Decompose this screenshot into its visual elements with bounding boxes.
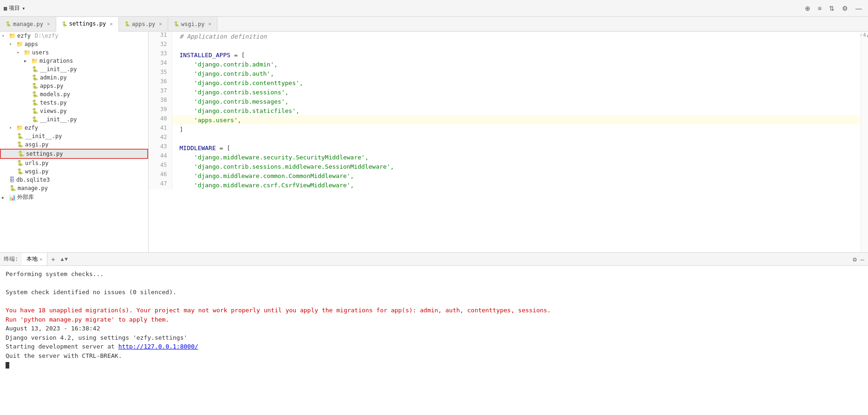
terminal-close-icon[interactable]: ✕ xyxy=(39,257,42,262)
line-number: 43 xyxy=(149,143,172,152)
file-tree-sidebar: ▾ 📁 ezfy D:\ezfy ▾ 📁 apps ▾ 📁 users ▶ 📁 … xyxy=(0,32,149,252)
line-content[interactable] xyxy=(172,134,861,143)
sidebar-item-admin[interactable]: 🐍 admin.py xyxy=(0,73,148,82)
toolbar-sort-btn[interactable]: ⇅ xyxy=(827,4,837,13)
sidebar-item-init2[interactable]: 🐍 __init__.py xyxy=(0,115,148,124)
down-arrow-icon[interactable]: ▼ xyxy=(65,256,68,262)
project-dropdown-icon[interactable]: ▾ xyxy=(22,5,25,12)
project-icon: ▦ xyxy=(4,5,7,12)
line-content[interactable]: 'apps.users', xyxy=(172,115,861,125)
folder-icon: 📁 xyxy=(16,41,23,47)
sidebar-item-asgi[interactable]: 🐍 asgi.py xyxy=(0,140,148,149)
py-file-icon: 🐍 xyxy=(17,160,24,166)
sidebar-item-views[interactable]: 🐍 views.py xyxy=(0,107,148,115)
line-content[interactable]: 'django.middleware.common.CommonMiddlewa… xyxy=(172,171,861,180)
sidebar-item-ezfy-root[interactable]: ▾ 📁 ezfy D:\ezfy xyxy=(0,32,148,40)
settings-py-icon: 🐍 xyxy=(62,21,67,26)
code-line-46: 46 'django.middleware.common.CommonMiddl… xyxy=(149,171,861,180)
toolbar-list-btn[interactable]: ≡ xyxy=(816,4,824,13)
sidebar-item-label: users xyxy=(32,49,49,56)
tab-apps[interactable]: 🐍 apps.py ✕ xyxy=(119,17,168,31)
editor-wrapper: 31# Application definition3233INSTALLED_… xyxy=(149,32,861,252)
sidebar-item-users[interactable]: ▾ 📁 users xyxy=(0,48,148,57)
sidebar-item-urls[interactable]: 🐍 urls.py xyxy=(0,159,148,167)
tab-wsgi-close[interactable]: ✕ xyxy=(209,21,212,27)
top-bar: ▦ 项目 ▾ ⊕ ≡ ⇅ ⚙ — xyxy=(0,0,868,17)
sidebar-item-label: ezfy xyxy=(25,125,38,131)
terminal-content[interactable]: Performing system checks... System check… xyxy=(0,266,868,415)
error-indicator[interactable]: ✓ 4 ▲ xyxy=(859,33,868,38)
server-link[interactable]: http://127.0.0.1:8000/ xyxy=(118,343,198,350)
code-line-36: 36 'django.contrib.contenttypes', xyxy=(149,78,861,87)
sidebar-item-external-libs[interactable]: ▶ 📊 外部库 xyxy=(0,192,148,202)
line-content[interactable]: 'django.contrib.sessions.middleware.Sess… xyxy=(172,162,861,171)
collapse-arrow: ▾ xyxy=(9,125,15,130)
line-number: 40 xyxy=(149,115,172,125)
terminal-minimize-btn[interactable]: — xyxy=(861,256,864,263)
top-bar-project: ▦ 项目 ▾ xyxy=(4,4,25,12)
sidebar-item-init3[interactable]: 🐍 __init__.py xyxy=(0,132,148,140)
sidebar-item-label: manage.py xyxy=(18,185,48,191)
line-content[interactable]: MIDDLEWARE = [ xyxy=(172,143,861,152)
tab-settings-close[interactable]: ✕ xyxy=(110,21,113,27)
code-line-37: 37 'django.contrib.sessions', xyxy=(149,87,861,97)
sidebar-item-settings[interactable]: 🐍 settings.py xyxy=(0,149,148,159)
code-line-32: 32 xyxy=(149,41,861,50)
up-arrow-icon[interactable]: ▲ xyxy=(61,256,64,262)
sidebar-item-apps-py-users[interactable]: 🐍 apps.py xyxy=(0,82,148,90)
sidebar-item-label: migrations xyxy=(39,58,73,64)
terminal-settings-btn[interactable]: ⚙ xyxy=(853,256,856,263)
collapse-arrow: ▾ xyxy=(2,33,7,38)
toolbar-add-btn[interactable]: ⊕ xyxy=(803,4,813,13)
line-content[interactable]: INSTALLED_APPS = [ xyxy=(172,50,861,59)
line-content[interactable]: 'django.contrib.messages', xyxy=(172,97,861,106)
main-area: ▾ 📁 ezfy D:\ezfy ▾ 📁 apps ▾ 📁 users ▶ 📁 … xyxy=(0,32,868,252)
terminal-nav-arrows: ▲ ▼ xyxy=(61,256,68,262)
project-label[interactable]: 项目 xyxy=(9,4,20,12)
sidebar-item-wsgi[interactable]: 🐍 wsgi.py xyxy=(0,167,148,176)
sidebar-item-apps[interactable]: ▾ 📁 apps xyxy=(0,40,148,48)
tab-manage-label: manage.py xyxy=(13,21,43,27)
collapse-arrow: ▶ xyxy=(24,59,30,63)
tab-manage-close[interactable]: ✕ xyxy=(47,21,50,27)
code-editor[interactable]: 31# Application definition3233INSTALLED_… xyxy=(149,32,861,252)
sidebar-item-label: __init__.py xyxy=(40,116,77,123)
folder-icon: 📁 xyxy=(16,125,23,131)
sidebar-item-tests[interactable]: 🐍 tests.py xyxy=(0,99,148,107)
sidebar-item-label: ezfy xyxy=(17,33,31,39)
term-error-line: You have 18 unapplied migration(s). Your… xyxy=(6,306,862,315)
line-content[interactable]: # Application definition xyxy=(172,32,861,41)
line-content[interactable]: 'django.contrib.sessions', xyxy=(172,87,861,97)
sidebar-item-manage[interactable]: 🐍 manage.py xyxy=(0,184,148,192)
terminal-add-btn[interactable]: + xyxy=(47,256,59,263)
tab-wsgi[interactable]: 🐍 wsgi.py ✕ xyxy=(168,17,217,31)
sidebar-item-label: 外部库 xyxy=(17,193,34,201)
sidebar-item-models[interactable]: 🐍 models.py xyxy=(0,90,148,99)
sidebar-item-migrations[interactable]: ▶ 📁 migrations xyxy=(0,57,148,65)
collapse-arrow: ▶ xyxy=(2,195,7,200)
line-content[interactable]: 'django.middleware.csrf.CsrfViewMiddlewa… xyxy=(172,180,861,190)
line-content[interactable]: 'django.contrib.contenttypes', xyxy=(172,78,861,87)
line-content[interactable]: 'django.contrib.admin', xyxy=(172,59,861,69)
sidebar-item-db[interactable]: 🗄 db.sqlite3 xyxy=(0,176,148,184)
line-content[interactable] xyxy=(172,41,861,50)
toolbar-settings-btn[interactable]: ⚙ xyxy=(840,4,850,13)
folder-icon: 📁 xyxy=(9,33,16,39)
py-file-icon: 🐍 xyxy=(17,168,24,175)
line-content[interactable]: 'django.contrib.auth', xyxy=(172,69,861,78)
py-file-icon: 🐍 xyxy=(32,99,39,106)
tabs-bar: 🐍 manage.py ✕ 🐍 settings.py ✕ 🐍 apps.py … xyxy=(0,17,868,32)
terminal-tab-label: 本地 xyxy=(26,255,38,263)
sidebar-item-ezfy-sub[interactable]: ▾ 📁 ezfy xyxy=(0,124,148,132)
manage-py-icon: 🐍 xyxy=(6,21,11,26)
line-content[interactable]: 'django.contrib.staticfiles', xyxy=(172,106,861,115)
toolbar-collapse-btn[interactable]: — xyxy=(853,4,864,13)
sidebar-item-init1[interactable]: 🐍 __init__.py xyxy=(0,65,148,73)
terminal-tab-local[interactable]: 本地 ✕ xyxy=(22,253,47,265)
sidebar-item-label: apps xyxy=(25,41,38,47)
tab-settings[interactable]: 🐍 settings.py ✕ xyxy=(56,17,119,32)
tab-apps-close[interactable]: ✕ xyxy=(159,21,162,27)
line-content[interactable]: 'django.middleware.security.SecurityMidd… xyxy=(172,152,861,162)
line-content[interactable]: ] xyxy=(172,125,861,134)
tab-manage[interactable]: 🐍 manage.py ✕ xyxy=(0,17,56,31)
